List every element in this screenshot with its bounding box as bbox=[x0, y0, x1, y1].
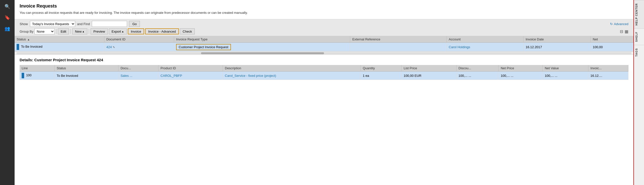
detail-row-description: Carol_Service - fixed price (project) bbox=[223, 72, 360, 80]
detail-col-status: Status bbox=[55, 65, 118, 72]
detail-col-invoice: Invoic... bbox=[588, 65, 628, 72]
export-button[interactable]: Export ▲ bbox=[109, 28, 127, 34]
buttons-row: Group By None Status Account Edit New ▲ … bbox=[20, 28, 628, 34]
page-title: Invoice Requests bbox=[20, 4, 628, 9]
main-table: Status ▲ Document ID Invoice Request Typ… bbox=[15, 36, 633, 51]
tags-tab[interactable]: TAGS bbox=[634, 45, 644, 60]
col-status[interactable]: Status ▲ bbox=[15, 36, 104, 43]
row-invoice-request-type: Customer Project Invoice Request bbox=[174, 43, 350, 51]
detail-col-list-price: List Price bbox=[401, 65, 456, 72]
page-header: Invoice Requests You can process all inv… bbox=[15, 0, 633, 19]
go-button[interactable]: Go bbox=[129, 21, 140, 27]
detail-status-indicator bbox=[22, 73, 24, 78]
edit-button[interactable]: Edit bbox=[58, 28, 69, 34]
find-input[interactable] bbox=[92, 21, 127, 27]
main-content: Invoice Requests You can process all inv… bbox=[15, 0, 633, 185]
table-row[interactable]: To Be Invoiced 424 ✎ Customer Project In… bbox=[15, 43, 633, 51]
detail-col-line: Line bbox=[20, 65, 55, 72]
invoice-button[interactable]: Invoice bbox=[128, 28, 144, 34]
details-title: Details: Customer Project Invoice Reques… bbox=[20, 58, 628, 62]
find-label: and Find bbox=[77, 22, 90, 26]
detail-col-net-price: Net Price bbox=[499, 65, 543, 72]
row-invoice-date: 16.12.2017 bbox=[524, 43, 591, 51]
row-status: To Be Invoiced bbox=[15, 43, 104, 51]
row-net: 100,00 bbox=[591, 43, 633, 51]
search-icon[interactable]: 🔍 bbox=[3, 2, 12, 11]
row-account: Carol Holdings bbox=[447, 43, 524, 51]
divider2 bbox=[70, 29, 71, 34]
toolbar: Show Today's Invoice Requests All Invoic… bbox=[15, 19, 633, 36]
users-icon[interactable]: 👥 bbox=[3, 24, 12, 33]
group-by-label: Group By bbox=[20, 30, 33, 33]
horizontal-scrollbar[interactable] bbox=[15, 51, 633, 54]
detail-row-invoice: 16.12.... bbox=[588, 72, 628, 80]
grid-icon[interactable]: ▦ bbox=[625, 29, 628, 34]
details-table: Line Status Docu... Product ID Descripti… bbox=[20, 65, 628, 80]
row-document-id: 424 ✎ bbox=[104, 43, 174, 51]
show-find-row: Show Today's Invoice Requests All Invoic… bbox=[20, 21, 628, 27]
detail-row-status: To Be Invoiced bbox=[55, 72, 118, 80]
invoice-advanced-button[interactable]: Invoice - Advanced bbox=[145, 28, 179, 34]
detail-col-description: Description bbox=[223, 65, 360, 72]
show-select[interactable]: Today's Invoice Requests All Invoice Req… bbox=[30, 21, 75, 27]
detail-col-docu: Docu... bbox=[118, 65, 158, 72]
filter-icons: ⊟ ▦ bbox=[620, 29, 628, 34]
status-indicator bbox=[17, 44, 19, 50]
export-arrow-icon: ▲ bbox=[122, 30, 124, 33]
detail-row[interactable]: 100 To Be Invoiced Sales ... CAROL_PBFP … bbox=[20, 72, 628, 80]
scrollbar-track bbox=[17, 52, 631, 54]
filter-icon[interactable]: ⊟ bbox=[620, 29, 623, 34]
check-button[interactable]: Check bbox=[180, 28, 195, 34]
doc-edit-icon[interactable]: ✎ bbox=[113, 46, 115, 49]
detail-row-net-value: 100,... ... bbox=[543, 72, 588, 80]
divider3 bbox=[89, 29, 89, 34]
sidebar: 🔍 🔖 👥 bbox=[0, 0, 15, 185]
details-section: Details: Customer Project Invoice Reques… bbox=[15, 55, 633, 185]
group-by-select[interactable]: None Status Account bbox=[34, 28, 55, 34]
detail-col-discount: Discou... bbox=[456, 65, 499, 72]
help-center-tab[interactable]: HELP CENTER bbox=[634, 0, 644, 28]
col-invoice-date: Invoice Date bbox=[524, 36, 591, 43]
right-panel: HELP CENTER SHELF TAGS bbox=[633, 0, 644, 185]
divider bbox=[56, 29, 56, 34]
page-description: You can process all invoice requests tha… bbox=[20, 11, 628, 15]
col-external-reference: External Reference bbox=[350, 36, 447, 43]
detail-col-net-value: Net Value bbox=[543, 65, 588, 72]
col-invoice-request-type: Invoice Request Type bbox=[174, 36, 350, 43]
detail-row-product-id: CAROL_PBFP bbox=[158, 72, 223, 80]
new-button[interactable]: New ▲ bbox=[72, 28, 87, 34]
advanced-link[interactable]: ↻ Advanced bbox=[610, 22, 628, 26]
sort-arrow-status: ▲ bbox=[27, 38, 30, 41]
detail-row-discount: 100,... ... bbox=[456, 72, 499, 80]
preview-button[interactable]: Preview bbox=[91, 28, 108, 34]
detail-col-product-id: Product ID bbox=[158, 65, 223, 72]
col-document-id: Document ID bbox=[104, 36, 174, 43]
detail-row-quantity: 1 ea bbox=[360, 72, 401, 80]
new-arrow-icon: ▲ bbox=[82, 30, 85, 33]
show-label: Show bbox=[20, 22, 28, 26]
detail-row-net-price: 100,... ... bbox=[499, 72, 543, 80]
detail-col-quantity: Quantity bbox=[360, 65, 401, 72]
row-external-reference bbox=[350, 43, 447, 51]
col-net: Net bbox=[591, 36, 633, 43]
detail-row-line: 100 bbox=[20, 72, 55, 80]
detail-row-list-price: 100,00 EUR bbox=[401, 72, 456, 80]
shelf-tab[interactable]: SHELF bbox=[634, 28, 644, 45]
main-table-container: Status ▲ Document ID Invoice Request Typ… bbox=[15, 36, 633, 55]
bookmark-icon[interactable]: 🔖 bbox=[3, 13, 12, 22]
refresh-icon: ↻ bbox=[610, 22, 613, 26]
detail-row-document: Sales ... bbox=[118, 72, 158, 80]
scrollbar-thumb bbox=[201, 52, 324, 54]
col-account: Account bbox=[447, 36, 524, 43]
